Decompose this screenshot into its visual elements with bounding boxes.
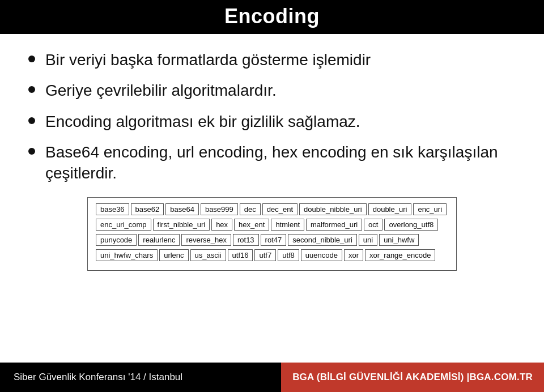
tag-item: utf8 xyxy=(278,249,299,261)
tag-item: oct xyxy=(364,219,382,231)
tag-item: uni xyxy=(359,234,377,246)
tag-row-4: uni_hwfw_charsurlencus_asciiutf16utf7utf… xyxy=(96,249,448,263)
slide-header: Encoding xyxy=(0,0,544,34)
tag-item: uuencode xyxy=(301,249,342,261)
slide-content: Bir veriyi başka formatlarda gösterme iş… xyxy=(0,34,544,363)
tag-item: enc_uri_comp xyxy=(96,219,151,231)
slide: Encoding Bir veriyi başka formatlarda gö… xyxy=(0,0,544,392)
tag-item: base64 xyxy=(165,203,199,215)
slide-footer: Siber Güvenlik Konferansı '14 / Istanbul… xyxy=(0,363,544,392)
tag-item: overlong_utf8 xyxy=(384,219,438,231)
header-title: Encoding xyxy=(224,5,320,28)
tag-item: base62 xyxy=(131,203,164,215)
tag-item: rot13 xyxy=(233,234,259,246)
tag-item: second_nibble_uri xyxy=(288,234,357,246)
tag-item: us_ascii xyxy=(190,249,226,261)
tag-item: dec xyxy=(240,203,261,215)
tag-item: punycode xyxy=(96,234,137,246)
tag-row-3: punycoderealurlencreverse_hexrot13rot47s… xyxy=(96,234,448,248)
bullet-text: Bir veriyi başka formatlarda gösterme iş… xyxy=(45,50,516,70)
bullet-item-2: Geriye çevrilebilir algoritmalardır. xyxy=(28,80,516,101)
tag-item: enc_uri xyxy=(413,203,447,215)
tag-item: htmlent xyxy=(271,219,304,231)
bullet-item-1: Bir veriyi başka formatlarda gösterme iş… xyxy=(28,50,516,70)
tag-item: uni_hwfw xyxy=(379,234,419,246)
tag-item: xor_range_encode xyxy=(365,249,435,261)
footer-left-text: Siber Güvenlik Konferansı '14 / Istanbul xyxy=(0,372,281,383)
bullet-text: Base64 encoding, url encoding, hex encod… xyxy=(45,142,516,184)
footer-right-text: BGA (BİLGİ GÜVENLİĞİ AKADEMİSİ) |BGA.COM… xyxy=(281,363,544,392)
tag-item: utf7 xyxy=(254,249,276,261)
tag-item: hex xyxy=(211,219,232,231)
bullet-item-3: Encoding algoritması ek bir gizlilik sağ… xyxy=(28,112,516,132)
tag-item: hex_ent xyxy=(234,219,269,231)
tag-item: base999 xyxy=(201,203,238,215)
tag-item: rot47 xyxy=(261,234,287,246)
tag-row-1: base36base62base64base999decdec_entdoubl… xyxy=(96,203,448,217)
bullet-item-4: Base64 encoding, url encoding, hex encod… xyxy=(28,142,516,184)
tag-item: double_nibble_uri xyxy=(299,203,367,215)
bullet-dot xyxy=(28,86,35,93)
tag-item: base36 xyxy=(96,203,129,215)
tag-item: utf16 xyxy=(228,249,253,261)
tag-item: dec_ent xyxy=(262,203,298,215)
bullet-dot xyxy=(28,56,35,62)
tag-item: urlenc xyxy=(159,249,188,261)
tag-item: reverse_hex xyxy=(181,234,231,246)
tag-item: double_uri xyxy=(368,203,412,215)
tags-box: base36base62base64base999decdec_entdoubl… xyxy=(87,197,457,271)
tag-item: uni_hwfw_chars xyxy=(96,249,158,261)
bullets-container: Bir veriyi başka formatlarda gösterme iş… xyxy=(28,50,516,184)
bullet-dot xyxy=(28,148,35,155)
tag-row-2: enc_uri_compfirst_nibble_urihexhex_entht… xyxy=(96,219,448,232)
bullet-text: Geriye çevrilebilir algoritmalardır. xyxy=(45,80,516,101)
tag-item: first_nibble_uri xyxy=(153,219,210,231)
bullet-dot xyxy=(28,117,35,124)
tag-item: xor xyxy=(344,249,363,261)
bullet-text: Encoding algoritması ek bir gizlilik sağ… xyxy=(45,112,516,132)
tag-item: realurlenc xyxy=(138,234,180,246)
tags-section: base36base62base64base999decdec_entdoubl… xyxy=(28,197,516,271)
tag-item: malformed_uri xyxy=(306,219,362,231)
